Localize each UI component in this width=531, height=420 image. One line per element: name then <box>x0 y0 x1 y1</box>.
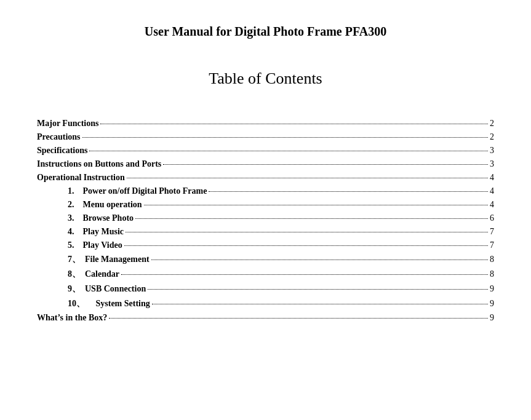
toc-list: Major Functions2Precautions2Specificatio… <box>37 119 494 323</box>
toc-page-number: 9 <box>490 284 494 294</box>
toc-dots <box>82 137 488 138</box>
toc-page-number: 9 <box>490 313 494 323</box>
toc-entry: 10、 System Setting9 <box>37 298 494 309</box>
toc-entry: Instructions on Buttons and Ports3 <box>37 159 494 169</box>
toc-heading: Table of Contents <box>37 69 494 88</box>
toc-entry-label: 9、 USB Connection <box>68 283 146 295</box>
toc-dots <box>151 260 488 260</box>
toc-page-number: 4 <box>490 200 494 210</box>
toc-dots <box>135 218 488 219</box>
toc-page-number: 3 <box>490 146 494 156</box>
toc-entry: Precautions2 <box>37 132 494 142</box>
toc-page-number: 6 <box>490 213 494 223</box>
toc-entry-label: 5. Play Video <box>68 240 122 250</box>
toc-entry-label: 1. Power on/off Digital Photo Frame <box>68 186 207 196</box>
toc-dots <box>124 245 488 246</box>
toc-entry: Operational Instruction4 <box>37 173 494 183</box>
toc-page-number: 2 <box>490 132 494 142</box>
toc-page-number: 2 <box>490 119 494 129</box>
toc-page-number: 4 <box>490 173 494 183</box>
toc-entry-label: Precautions <box>37 132 81 142</box>
toc-dots <box>209 191 488 192</box>
toc-page-number: 7 <box>490 227 494 237</box>
toc-dots <box>100 124 488 124</box>
toc-entry: Major Functions2 <box>37 119 494 129</box>
toc-entry: What’s in the Box?9 <box>37 313 494 323</box>
toc-page-number: 3 <box>490 159 494 169</box>
toc-entry: 9、 USB Connection9 <box>37 283 494 295</box>
toc-page-number: 8 <box>490 269 494 279</box>
toc-entry-label: Specifications <box>37 146 87 156</box>
toc-dots <box>152 304 488 304</box>
toc-entry-label: Operational Instruction <box>37 173 125 183</box>
toc-entry-label: Instructions on Buttons and Ports <box>37 159 161 169</box>
toc-dots <box>109 318 488 319</box>
toc-page-number: 8 <box>490 255 494 264</box>
toc-entry-label: What’s in the Box? <box>37 313 107 323</box>
toc-entry-label: 2. Menu operation <box>68 200 142 210</box>
toc-entry-label: 4. Play Music <box>68 227 124 237</box>
toc-entry: 8、 Calendar8 <box>37 269 494 280</box>
toc-entry-label: 10、 System Setting <box>68 298 150 309</box>
page-title: User Manual for Digital Photo Frame PFA3… <box>37 18 494 39</box>
toc-page-number: 9 <box>490 299 494 309</box>
toc-dots <box>121 274 488 275</box>
toc-entry: Specifications3 <box>37 146 494 156</box>
toc-dots <box>148 289 488 290</box>
toc-dots <box>89 151 488 151</box>
toc-page-number: 4 <box>490 186 494 196</box>
toc-entry: 2. Menu operation4 <box>37 200 494 210</box>
toc-entry-label: 7、 File Management <box>68 254 150 265</box>
toc-entry-label: 8、 Calendar <box>68 269 119 280</box>
toc-page-number: 7 <box>490 240 494 250</box>
toc-dots <box>126 232 488 232</box>
toc-entry: 3. Browse Photo6 <box>37 213 494 223</box>
toc-heading-text: Table of Contents <box>209 69 322 87</box>
toc-dots <box>144 205 488 205</box>
toc-entry: 1. Power on/off Digital Photo Frame4 <box>37 186 494 196</box>
title-text: User Manual for Digital Photo Frame PFA3… <box>145 25 386 38</box>
toc-entry: 7、 File Management8 <box>37 254 494 265</box>
toc-entry-label: 3. Browse Photo <box>68 213 134 223</box>
toc-entry-label: Major Functions <box>37 119 98 129</box>
toc-entry: 4. Play Music7 <box>37 227 494 237</box>
toc-dots <box>163 164 488 165</box>
toc-entry: 5. Play Video7 <box>37 240 494 250</box>
toc-dots <box>127 178 488 178</box>
